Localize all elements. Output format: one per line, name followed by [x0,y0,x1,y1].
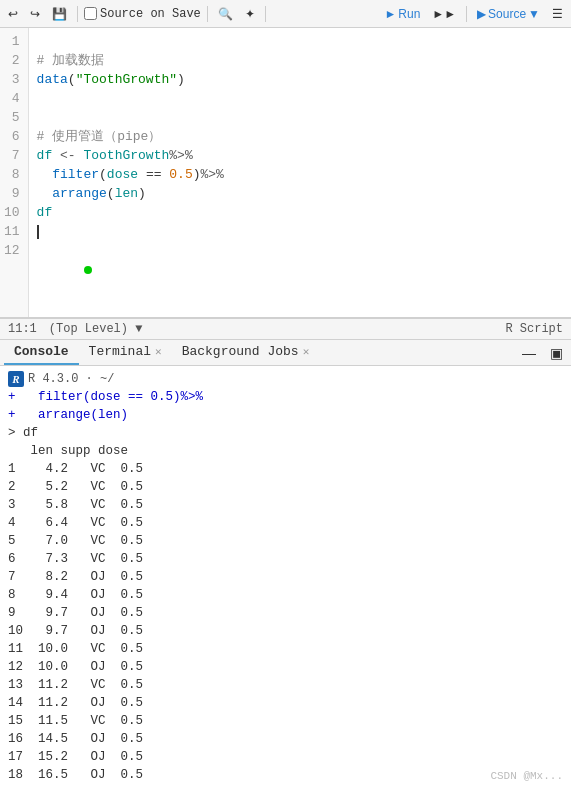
console-data-9: 9 9.7 OJ 0.5 [8,604,563,622]
editor-toolbar: ↩ ↪ 💾 Source on Save 🔍 ✦ ► Run ►► ▶ Sour… [0,0,571,28]
console-data-13: 13 11.2 VC 0.5 [8,676,563,694]
console-data-3: 3 5.8 VC 0.5 [8,496,563,514]
code-line-5 [37,108,563,127]
separator-1 [77,6,78,22]
r-version-header: R R 4.3.0 · ~/ [8,370,563,388]
code-line-1 [37,32,563,51]
tab-terminal[interactable]: Terminal ✕ [79,340,172,365]
console-line-header: len supp dose [8,442,563,460]
background-jobs-close-icon[interactable]: ✕ [303,345,310,358]
source-on-save-label[interactable]: Source on Save [84,7,201,21]
console-tab-bar: Console Terminal ✕ Background Jobs ✕ — ▣ [0,340,571,366]
console-data-7: 7 8.2 OJ 0.5 [8,568,563,586]
console-data-5: 5 7.0 VC 0.5 [8,532,563,550]
console-toolbar-right: — ▣ [518,343,567,363]
console-data-18: 18 16.5 OJ 0.5 [8,766,563,784]
tab-console[interactable]: Console [4,340,79,365]
separator-3 [265,6,266,22]
status-bar: 11:1 (Top Level) ▼ R Script [0,318,571,340]
text-cursor [37,225,39,239]
source-on-save-text: Source on Save [100,7,201,21]
console-data-6: 6 7.3 VC 0.5 [8,550,563,568]
terminal-close-icon[interactable]: ✕ [155,345,162,358]
console-data-15: 15 11.5 VC 0.5 [8,712,563,730]
code-line-10: df [37,203,563,222]
save-button[interactable]: 💾 [48,5,71,23]
code-line-4 [37,89,563,108]
code-line-9: arrange(len) [37,184,563,203]
cursor-position: 11:1 [8,322,37,336]
console-data-8: 8 9.4 OJ 0.5 [8,586,563,604]
console-output[interactable]: R R 4.3.0 · ~/ + filter(dose == 0.5)%>% … [0,366,571,786]
source-button[interactable]: ▶ Source ▼ [473,5,544,23]
line-numbers: 1 2 3 4 5 6 7 8 9 10 11 12 [0,28,29,317]
source-on-save-checkbox[interactable] [84,7,97,20]
console-data-11: 11 10.0 VC 0.5 [8,640,563,658]
console-data-17: 17 15.2 OJ 0.5 [8,748,563,766]
console-maximize-button[interactable]: ▣ [546,343,567,363]
console-data-10: 10 9.7 OJ 0.5 [8,622,563,640]
tab-background-jobs[interactable]: Background Jobs ✕ [172,340,320,365]
svg-point-0 [84,266,92,274]
console-data-12: 12 10.0 OJ 0.5 [8,658,563,676]
rerun-button[interactable]: ►► [428,5,460,23]
console-wrapper: R R 4.3.0 · ~/ + filter(dose == 0.5)%>% … [0,366,571,786]
code-content[interactable]: # 加载数据 data("ToothGrowth") # 使用管道（pipe） … [29,28,571,317]
console-panel: Console Terminal ✕ Background Jobs ✕ — ▣… [0,340,571,786]
separator-2 [207,6,208,22]
run-button[interactable]: ► Run [380,5,424,23]
bookmark-icon [83,265,93,275]
code-line-6: # 使用管道（pipe） [37,127,563,146]
watermark: CSDN @Mx... [490,770,563,782]
code-line-11 [37,222,563,241]
magic-button[interactable]: ✦ [241,5,259,23]
scope-indicator: (Top Level) ▼ [49,322,143,336]
console-data-2: 2 5.2 VC 0.5 [8,478,563,496]
undo-button[interactable]: ↩ [4,5,22,23]
code-line-8: filter(dose == 0.5)%>% [37,165,563,184]
console-data-4: 4 6.4 VC 0.5 [8,514,563,532]
code-line-3: data("ToothGrowth") [37,70,563,89]
code-line-12 [37,241,563,260]
r-logo: R [8,371,24,387]
console-line-arrange: + arrange(len) [8,406,563,424]
file-type: R Script [505,322,563,336]
console-data-16: 16 14.5 OJ 0.5 [8,730,563,748]
console-line-prompt-df: > df [8,424,563,442]
menu-button[interactable]: ☰ [548,5,567,23]
code-editor: 1 2 3 4 5 6 7 8 9 10 11 12 # 加载数据 data("… [0,28,571,318]
redo-button[interactable]: ↪ [26,5,44,23]
console-data-14: 14 11.2 OJ 0.5 [8,694,563,712]
tab-group: Console Terminal ✕ Background Jobs ✕ [4,340,319,365]
console-minimize-button[interactable]: — [518,343,540,363]
code-line-7: df <- ToothGrowth%>% [37,146,563,165]
console-line-filter: + filter(dose == 0.5)%>% [8,388,563,406]
separator-4 [466,6,467,22]
search-button[interactable]: 🔍 [214,5,237,23]
console-data-1: 1 4.2 VC 0.5 [8,460,563,478]
code-line-2: # 加载数据 [37,51,563,70]
